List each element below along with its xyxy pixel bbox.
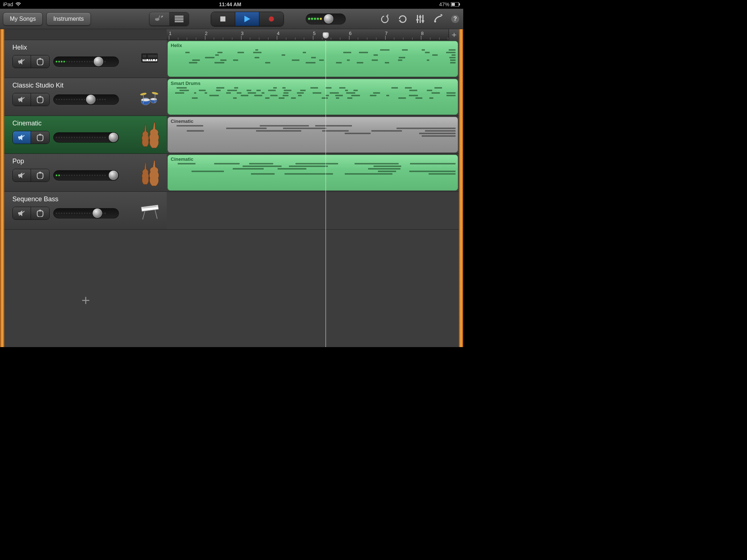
svg-rect-8 [175, 18, 183, 19]
solo-button[interactable] [31, 55, 49, 68]
timeline[interactable]: 12345678 ＋ Helix Smart Drums Cinematic [167, 29, 459, 347]
playhead-line [325, 40, 326, 347]
ruler-number: 4 [277, 31, 279, 36]
keyboard-icon[interactable] [136, 195, 163, 226]
ruler-number: 1 [169, 31, 171, 36]
svg-rect-1 [459, 3, 460, 5]
add-section-button[interactable]: ＋ [449, 29, 459, 40]
view-toggle[interactable] [149, 12, 189, 26]
toolbar: My Songs Instruments [0, 9, 463, 29]
ruler-number: 5 [313, 31, 316, 36]
stop-button[interactable] [211, 12, 235, 26]
svg-rect-34 [148, 59, 149, 61]
mute-button[interactable] [13, 207, 31, 219]
svg-rect-29 [143, 55, 146, 58]
midi-region[interactable]: Helix [167, 41, 458, 77]
battery-percent: 47% [439, 1, 449, 7]
track-volume[interactable] [53, 132, 119, 143]
mixer-icon[interactable] [415, 14, 425, 24]
workspace: Helix [0, 29, 463, 347]
svg-rect-51 [39, 172, 41, 174]
master-volume-knob[interactable] [324, 14, 333, 24]
svg-rect-27 [39, 58, 41, 60]
svg-rect-36 [152, 59, 153, 61]
svg-point-43 [150, 98, 157, 100]
midi-region[interactable]: Smart Drums [167, 79, 458, 115]
svg-rect-39 [39, 96, 41, 98]
volume-knob[interactable] [86, 95, 96, 104]
ruler-number: 6 [349, 31, 352, 36]
master-volume[interactable] [306, 13, 346, 24]
region-row[interactable] [167, 192, 459, 230]
volume-knob[interactable] [109, 171, 118, 180]
svg-rect-37 [155, 59, 156, 61]
svg-rect-11 [220, 16, 225, 22]
svg-rect-32 [144, 59, 144, 61]
tracks-view-icon[interactable] [170, 12, 189, 26]
mute-button[interactable] [13, 55, 31, 68]
loop-browser-icon[interactable] [398, 14, 408, 24]
svg-text:?: ? [453, 16, 457, 22]
solo-button[interactable] [31, 169, 49, 182]
track-header[interactable]: Pop [4, 154, 167, 192]
svg-point-6 [162, 16, 163, 17]
volume-knob[interactable] [93, 209, 102, 218]
volume-knob[interactable] [94, 57, 103, 66]
ruler-number: 2 [205, 31, 208, 36]
strings-icon[interactable] [136, 120, 163, 151]
track-header[interactable]: Sequence Bass [4, 192, 167, 230]
ruler-number: 7 [385, 31, 388, 36]
help-icon[interactable]: ? [450, 14, 460, 24]
track-header[interactable]: Classic Studio Kit [4, 78, 167, 116]
svg-rect-35 [150, 59, 151, 61]
svg-rect-15 [388, 14, 388, 16]
track-header[interactable]: Cinematic [4, 116, 167, 154]
solo-button[interactable] [31, 207, 49, 219]
track-header[interactable]: Helix [4, 40, 167, 78]
play-button[interactable] [235, 12, 259, 26]
settings-icon[interactable] [433, 14, 443, 24]
region-row[interactable]: Helix [167, 40, 459, 78]
track-name: Classic Studio Kit [12, 82, 136, 89]
svg-point-13 [382, 16, 388, 23]
svg-rect-28 [141, 53, 158, 63]
track-volume[interactable] [53, 208, 119, 218]
record-button[interactable] [259, 12, 283, 26]
svg-rect-10 [175, 21, 183, 22]
mute-button[interactable] [13, 131, 31, 144]
solo-button[interactable] [31, 131, 49, 144]
ruler[interactable]: 12345678 [167, 29, 459, 40]
instruments-button[interactable]: Instruments [46, 12, 91, 26]
strings-icon[interactable] [136, 158, 163, 188]
region-row[interactable]: Smart Drums [167, 78, 459, 116]
instrument-view-icon[interactable] [150, 12, 170, 26]
my-songs-button[interactable]: My Songs [3, 12, 43, 26]
apple-loops-icon[interactable] [380, 14, 390, 24]
mute-button[interactable] [13, 169, 31, 182]
track-name: Sequence Bass [12, 195, 136, 203]
svg-point-22 [434, 20, 436, 22]
track-panel: Helix [4, 29, 167, 347]
track-volume[interactable] [53, 94, 119, 105]
track-volume[interactable] [53, 170, 119, 180]
drums-icon[interactable] [136, 82, 163, 113]
svg-rect-7 [175, 16, 183, 17]
svg-rect-21 [422, 20, 424, 22]
ruler-number: 3 [241, 31, 244, 36]
mute-button[interactable] [13, 93, 31, 106]
volume-knob[interactable] [109, 133, 118, 142]
add-track-button[interactable]: ＋ [4, 252, 167, 347]
region-row[interactable]: Cinematic [167, 116, 459, 154]
track-name: Pop [12, 158, 136, 165]
region-row[interactable]: Cinematic [167, 154, 459, 192]
song-section-border-left [0, 29, 4, 347]
midi-region[interactable]: Cinematic [167, 117, 458, 153]
svg-point-12 [269, 16, 274, 22]
track-volume[interactable] [53, 57, 119, 67]
svg-rect-18 [422, 15, 423, 23]
solo-button[interactable] [31, 93, 49, 106]
battery-icon [451, 2, 460, 7]
synth-icon[interactable] [136, 44, 163, 75]
midi-region[interactable]: Cinematic [167, 155, 458, 191]
playhead[interactable] [322, 32, 329, 39]
